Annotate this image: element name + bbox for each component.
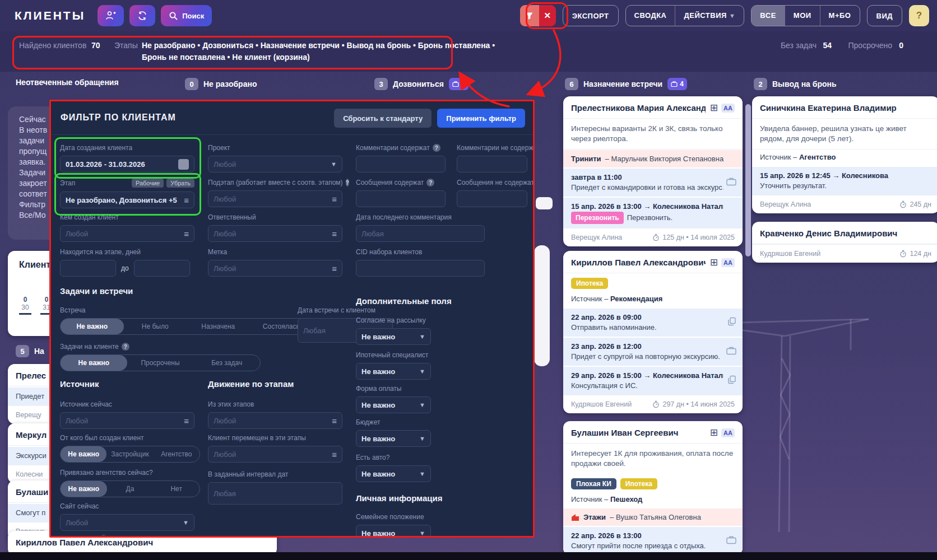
- view-button[interactable]: ВИД: [867, 5, 903, 26]
- filter-funnel-segment[interactable]: [520, 5, 539, 26]
- actions-dropdown[interactable]: ДЕЙСТВИЯ ▼: [675, 6, 744, 26]
- segment-option[interactable]: Нет: [153, 481, 200, 497]
- refresh-button[interactable]: [129, 5, 155, 26]
- moved-to-stages-multiselect[interactable]: Любой≡: [208, 446, 342, 463]
- segment-option[interactable]: Застройщик: [106, 446, 153, 462]
- copy-icon[interactable]: [727, 317, 736, 328]
- task-row[interactable]: 22 апр. 2026 в 09:00 Отправить напоминан…: [563, 307, 743, 337]
- scope-all-tab[interactable]: ВСЕ: [752, 6, 784, 26]
- messages-not-contain-input[interactable]: [457, 190, 527, 207]
- tag-multiselect[interactable]: Любой≡: [208, 260, 342, 277]
- has-car-select[interactable]: Не важно▼: [356, 465, 431, 482]
- initials-badge[interactable]: AA: [721, 428, 735, 437]
- site-now-select[interactable]: Любой▼: [60, 514, 194, 531]
- column-header-booking: 2 Вывод на бронь: [754, 78, 837, 90]
- copy-icon[interactable]: [727, 375, 736, 386]
- responsible-multiselect[interactable]: Любой≡: [208, 225, 342, 242]
- search-button[interactable]: Поиск: [161, 5, 212, 26]
- search-icon: [169, 11, 178, 21]
- initials-badge[interactable]: AA: [721, 104, 735, 113]
- help-icon[interactable]: ?: [426, 179, 434, 186]
- plus-square-icon[interactable]: ⊞: [710, 428, 718, 437]
- list-icon: ≡: [332, 417, 337, 425]
- stopwatch-icon: [652, 400, 660, 408]
- stages-list-line1: Не разобрано • Дозвониться • Назначение …: [142, 40, 495, 51]
- segment-option[interactable]: Просрочены: [127, 355, 194, 371]
- help-icon[interactable]: ?: [346, 179, 349, 186]
- source-now-multiselect[interactable]: Любой≡: [60, 412, 194, 429]
- apply-filter-button[interactable]: Применить фильтр: [437, 109, 525, 128]
- help-button[interactable]: ?: [909, 5, 929, 26]
- segment-option[interactable]: Да: [107, 481, 154, 497]
- task-row[interactable]: 22 апр. 2026 в 13:00 Смогут прийти после…: [563, 526, 743, 555]
- days-from-input[interactable]: [60, 260, 116, 277]
- field-label: Привязано агентство сейчас?: [60, 469, 200, 477]
- plus-square-icon[interactable]: ⊞: [710, 103, 718, 113]
- scope-my-tab[interactable]: МОИ: [785, 6, 820, 26]
- filter-panel-header: ФИЛЬТР ПО КЛИЕНТАМ Сбросить к стандарту …: [51, 101, 533, 135]
- messages-contain-input[interactable]: [356, 190, 446, 207]
- help-icon[interactable]: ?: [122, 343, 129, 351]
- export-button[interactable]: ЭКСПОРТ: [563, 5, 619, 26]
- no-tasks-label: Без задач: [781, 41, 817, 50]
- mailing-consent-select[interactable]: Не важно▼: [356, 328, 431, 345]
- summary-button[interactable]: СВОДКА: [626, 6, 675, 26]
- client-card[interactable]: Кравченко Денис Владимирович Кудряшов Ев…: [752, 222, 937, 263]
- briefcase-icon[interactable]: [726, 535, 736, 547]
- segment-option[interactable]: Не важно: [61, 446, 106, 462]
- briefcase-icon[interactable]: [726, 346, 736, 357]
- list-icon: ≡: [184, 417, 189, 425]
- active-filter-toggle[interactable]: ✕: [520, 5, 556, 26]
- comments-contain-input[interactable]: [356, 156, 446, 172]
- help-icon[interactable]: ?: [433, 144, 440, 152]
- date-checkbox[interactable]: [178, 159, 189, 170]
- project-select[interactable]: Любой▼: [208, 156, 342, 172]
- date-interval-input[interactable]: Любая: [208, 482, 342, 505]
- segment-option[interactable]: Не важно: [61, 319, 124, 334]
- from-stages-multiselect[interactable]: Любой≡: [208, 412, 342, 429]
- segment-option[interactable]: Не важно: [61, 481, 107, 497]
- task-row[interactable]: 15 апр. 2026 в 12:45 → Колесникова Уточн…: [752, 166, 937, 195]
- stage-multiselect[interactable]: Не разобрано, Дозвониться +5≡: [60, 192, 194, 208]
- initials-badge[interactable]: AA: [721, 258, 735, 267]
- date-created-input[interactable]: 01.03.2026 - 31.03.2026: [60, 156, 194, 172]
- chevron-down-icon: ▼: [419, 471, 425, 477]
- cid-input[interactable]: [356, 260, 485, 277]
- task-text: Приедет с командировки и готова на экску…: [571, 183, 723, 193]
- field-label: Согласие на рассылку: [356, 316, 431, 324]
- comments-not-contain-input[interactable]: [457, 156, 527, 172]
- payment-form-select[interactable]: Не важно▼: [356, 396, 431, 413]
- segment-option[interactable]: Не важно: [61, 355, 127, 371]
- segment-option[interactable]: Агентство: [154, 446, 200, 462]
- task-row[interactable]: 23 апр. 2026 в 12:00 Придет с супругой н…: [563, 337, 743, 366]
- substage-multiselect[interactable]: Любой≡: [208, 190, 342, 207]
- filter-clear-segment[interactable]: ✕: [539, 5, 556, 26]
- client-card[interactable]: Кириллов Павел Александрович ⊞ AA Ипотек…: [563, 251, 743, 413]
- scope-mbo-tab[interactable]: М+БО: [820, 6, 860, 26]
- stage-working-button[interactable]: Рабочие: [132, 179, 164, 188]
- task-row[interactable]: завтра в 11:00 Приедет с командировки и …: [563, 167, 743, 197]
- task-row[interactable]: 15 апр. 2026 в 13:00 → Колесникова Натал…: [563, 197, 743, 228]
- tag-field: Метка Любой≡: [208, 248, 342, 277]
- briefcase-icon[interactable]: [726, 177, 736, 188]
- task-row[interactable]: 29 апр. 2026 в 15:00 → Колесникова Натал…: [563, 366, 743, 395]
- segment-option[interactable]: Без задач: [193, 355, 260, 371]
- source-row: Источник – Пешеход: [563, 492, 743, 508]
- client-card[interactable]: Синичкина Екатерина Владимир Увидела бан…: [752, 96, 937, 213]
- segment-option[interactable]: Назначена: [187, 319, 250, 334]
- created-by-multiselect[interactable]: Любой≡: [60, 225, 194, 242]
- plus-square-icon[interactable]: ⊞: [710, 258, 718, 267]
- reset-filter-button[interactable]: Сбросить к стандарту: [334, 109, 432, 128]
- mortgage-specialist-select[interactable]: Не важно▼: [356, 363, 431, 380]
- marital-status-select[interactable]: Не важно▼: [356, 525, 431, 538]
- segment-option[interactable]: Не было: [124, 319, 187, 334]
- days-to-input[interactable]: [134, 260, 190, 277]
- add-client-button[interactable]: [98, 5, 124, 26]
- client-name: Прелестникова Мария Александро…: [571, 103, 706, 113]
- client-card[interactable]: Булашин Иван Сергеевич ⊞ AA Интересует 1…: [563, 421, 743, 555]
- board-scrollbar[interactable]: [745, 104, 751, 256]
- last-comment-date-input[interactable]: Любая: [356, 225, 485, 242]
- budget-select[interactable]: Не важно▼: [356, 430, 431, 447]
- stage-remove-button[interactable]: Убрать: [166, 179, 194, 188]
- client-card[interactable]: Прелестникова Мария Александро… ⊞ AA Инт…: [563, 96, 743, 246]
